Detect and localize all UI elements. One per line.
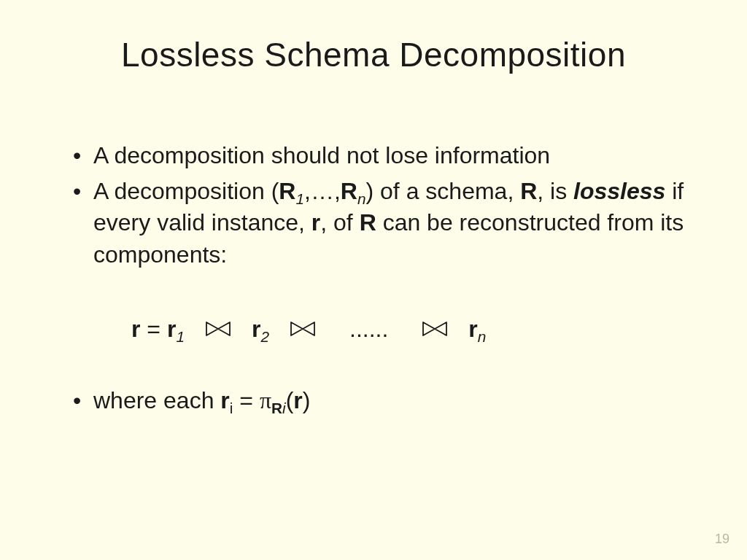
f-dots: ......: [349, 316, 388, 343]
b2-mid3: , is: [537, 178, 573, 204]
slide-title: Lossless Schema Decomposition: [44, 35, 703, 74]
bullet-list-2: where each ri = πRi(r): [44, 385, 703, 416]
f-sn: n: [478, 328, 487, 345]
page-number: 19: [715, 532, 729, 547]
b3-pre: where each: [93, 387, 220, 413]
bullet-list: A decomposition should not lose informat…: [44, 140, 703, 271]
f-rn: r: [468, 316, 477, 342]
formula-req: r = r1: [131, 316, 185, 343]
b3-pi: π: [260, 387, 271, 413]
bullet-3: where each ri = πRi(r): [73, 385, 703, 416]
b3-open: (: [286, 387, 294, 413]
bowtie-icon: [290, 321, 316, 337]
formula: r = r1 r2 ...... rn: [44, 316, 703, 343]
f-r2: r: [252, 316, 260, 342]
b2-lossless: lossless: [573, 178, 665, 204]
f-rn-seg: rn: [468, 316, 486, 343]
b2-rn: R: [341, 178, 357, 204]
b2-mid2: ) of a schema,: [366, 178, 521, 204]
bullet-1: A decomposition should not lose informat…: [73, 140, 703, 171]
b2-rsch2: R: [360, 209, 376, 236]
f-r1: r: [167, 316, 176, 342]
b3-ri: r: [220, 387, 229, 413]
f-eq: =: [140, 316, 166, 342]
bowtie-icon: [422, 321, 448, 337]
bullet-1-text: A decomposition should not lose informat…: [93, 142, 550, 168]
b2-mid5: , of: [320, 209, 359, 236]
bowtie-icon: [205, 321, 231, 337]
b2-r1: R: [279, 178, 295, 204]
b3-eq: =: [233, 387, 259, 413]
b2-mid1: ,…,: [304, 178, 341, 204]
b3-Ri: R: [271, 400, 282, 416]
b2-rinst: r: [311, 209, 320, 236]
bullet-2: A decomposition (R1,…,Rn) of a schema, R…: [73, 176, 703, 271]
slide: Lossless Schema Decomposition A decompos…: [0, 0, 747, 560]
f-s2: 2: [260, 328, 269, 345]
f-r: r: [131, 316, 140, 342]
b3-rarg: r: [293, 387, 302, 413]
b2-sub1: 1: [295, 191, 304, 208]
f-r2-seg: r2: [252, 316, 269, 343]
b2-pre: A decomposition (: [93, 178, 279, 204]
b3-pisub: Ri: [271, 400, 286, 416]
f-s1: 1: [176, 328, 185, 345]
b3-close: ): [303, 387, 311, 413]
b2-subn: n: [357, 191, 366, 208]
b2-rsch: R: [520, 178, 537, 204]
